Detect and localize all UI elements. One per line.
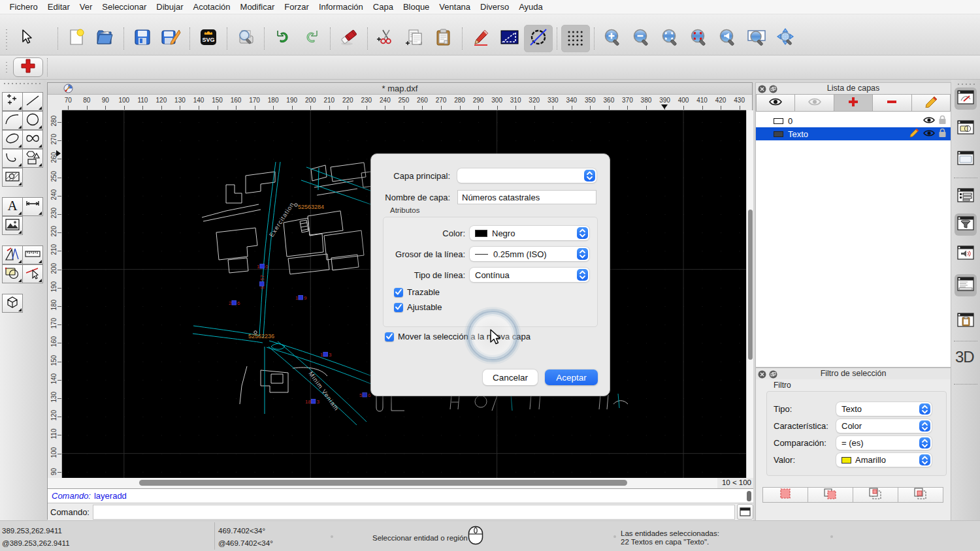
draft-mode-button[interactable] [524, 25, 553, 52]
menu-item-ventana[interactable]: Ventana [434, 0, 476, 14]
filter-valor-combo[interactable]: Amarillo [836, 453, 932, 467]
view-list-dock-button[interactable] [955, 148, 977, 170]
edit-layer-button[interactable] [912, 94, 951, 112]
menu-item-fichero[interactable]: Fichero [5, 0, 42, 14]
dock-drag-handle[interactable] [3, 82, 43, 86]
line-tool-button[interactable] [22, 92, 43, 111]
spline-tool-button[interactable] [22, 130, 43, 149]
menu-item-editar[interactable]: Editar [42, 0, 74, 14]
plottable-checkbox[interactable]: Trazable [394, 287, 440, 297]
command-history-scrollbar[interactable] [747, 491, 751, 501]
pan-button[interactable] [771, 25, 800, 52]
cut-button[interactable] [372, 25, 400, 52]
layer-row[interactable]: Texto [756, 127, 951, 140]
grid-button[interactable] [561, 25, 590, 52]
parent-layer-combo[interactable] [457, 168, 596, 183]
eye-icon[interactable] [923, 116, 935, 127]
layer-row[interactable]: 0 [756, 114, 951, 127]
zoom-out-button[interactable] [627, 25, 656, 52]
copy-button[interactable] [400, 25, 429, 52]
toolbar-drag-handle[interactable] [4, 59, 10, 75]
menu-item-forzar[interactable]: Forzar [280, 0, 314, 14]
layer-list-dock-button[interactable] [955, 185, 977, 208]
svg-export-button[interactable]: SVG [194, 25, 223, 52]
accept-button[interactable]: Aceptar [545, 370, 598, 385]
horizontal-scrollbar-thumb[interactable] [139, 480, 627, 486]
delete-eraser-button[interactable] [335, 25, 363, 52]
add-layer-button[interactable] [834, 94, 873, 112]
menu-item-ayuda[interactable]: Ayuda [514, 0, 548, 14]
selection-mode-button[interactable] [495, 25, 524, 52]
zoom-window-button[interactable] [742, 25, 771, 52]
image-tool-button[interactable] [2, 216, 23, 235]
show-all-eye-button[interactable] [756, 94, 795, 112]
line-type-combo[interactable]: Contínua [470, 268, 589, 282]
draw-pencil-button[interactable] [466, 25, 495, 52]
undo-button[interactable] [269, 25, 297, 52]
text-tool-button[interactable]: A [2, 197, 23, 216]
add-layer-button[interactable] [13, 57, 43, 77]
horizontal-scrollbar[interactable] [48, 478, 717, 488]
points-tool-button[interactable] [2, 92, 23, 111]
remove-layer-button[interactable] [873, 94, 911, 112]
eye-icon[interactable] [923, 129, 935, 140]
menu-item-capa[interactable]: Capa [368, 0, 398, 14]
save-button[interactable] [128, 25, 157, 52]
menu-item-diverso[interactable]: Diverso [476, 0, 514, 14]
select-arrow-button[interactable] [12, 25, 41, 52]
menu-item-informacion[interactable]: Información [314, 0, 368, 14]
save-as-button[interactable] [157, 25, 186, 52]
command-options-button[interactable] [737, 504, 753, 520]
menu-item-seleccionar[interactable]: Seleccionar [97, 0, 152, 14]
arc-tool-button[interactable] [2, 111, 23, 130]
circle-tool-button[interactable] [22, 111, 43, 130]
menu-item-bloque[interactable]: Bloque [398, 0, 434, 14]
zoom-auto-button[interactable] [656, 25, 685, 52]
color-combo[interactable]: Negro [470, 226, 589, 240]
add-to-selection-button[interactable] [808, 487, 853, 503]
box3d-tool-button[interactable] [2, 294, 23, 313]
lock-icon[interactable] [938, 115, 947, 127]
select-entity-tool-button[interactable] [22, 264, 43, 283]
drawing-window-titlebar[interactable]: * map.dxf [48, 83, 752, 95]
clipboard-panel-dock-button[interactable] [955, 310, 977, 332]
menu-item-acotacion[interactable]: Acotación [188, 0, 235, 14]
paste-button[interactable] [429, 25, 458, 52]
cancel-button[interactable]: Cancelar [483, 370, 538, 385]
new-document-button[interactable] [62, 25, 91, 52]
hide-all-eye-button[interactable] [795, 94, 834, 112]
ellipse-tool-button[interactable] [2, 130, 23, 149]
block-list-dock-button[interactable] [955, 118, 977, 140]
hatch-tool-button[interactable] [2, 168, 23, 187]
menu-item-ver[interactable]: Ver [74, 0, 97, 14]
redo-button[interactable] [297, 25, 326, 52]
zoom-in-button[interactable] [598, 25, 627, 52]
selection-filter-dock-button[interactable] [955, 213, 977, 236]
command-input[interactable] [93, 505, 735, 520]
shapes-tool-button[interactable] [22, 149, 43, 168]
toolbar-drag-handle[interactable] [4, 27, 10, 50]
adjustable-checkbox[interactable]: Ajustable [394, 302, 442, 312]
lock-icon[interactable] [938, 128, 947, 140]
polyline-tool-button[interactable] [2, 149, 23, 168]
vertical-scrollbar-thumb[interactable] [748, 210, 753, 360]
sound-output-dock-button[interactable] [955, 243, 977, 265]
dimension-tool-button[interactable] [22, 197, 43, 216]
library-browser-dock-button[interactable] [955, 87, 977, 110]
select-matching-button[interactable] [762, 487, 808, 503]
menu-item-dibujar[interactable]: Dibujar [152, 0, 188, 14]
zoom-selection-button[interactable] [685, 25, 713, 52]
open-file-button[interactable] [91, 25, 120, 52]
pencil-icon[interactable] [909, 128, 920, 140]
filter-caracteristica-combo[interactable]: Color [836, 419, 932, 433]
command-widget-dock-button[interactable] [955, 274, 977, 296]
vertical-scrollbar[interactable] [746, 110, 753, 478]
menu-item-modificar[interactable]: Modificar [235, 0, 280, 14]
print-preview-button[interactable] [231, 25, 260, 52]
layer-name-input[interactable] [457, 190, 596, 204]
filter-comparacion-combo[interactable]: = (es) [836, 436, 932, 450]
dock-drag-handle[interactable] [956, 83, 976, 86]
remove-from-selection-button[interactable] [853, 487, 898, 503]
filter-tipo-combo[interactable]: Texto [836, 402, 932, 416]
zoom-previous-button[interactable] [713, 25, 742, 52]
